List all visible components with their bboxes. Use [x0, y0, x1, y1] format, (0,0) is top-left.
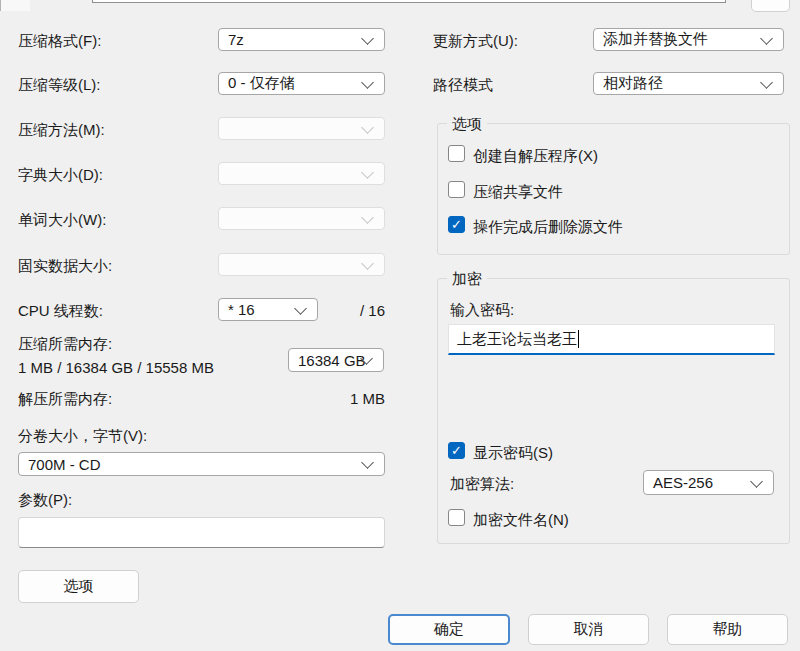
cpu-threads-value: * 16: [228, 301, 255, 318]
chevron-down-icon: [361, 257, 374, 270]
create-sfx-label: 创建自解压程序(X): [473, 146, 598, 165]
show-password-label: 显示密码(S): [473, 443, 553, 462]
delete-after-checkbox[interactable]: ✓: [448, 216, 465, 233]
chevron-down-icon: [760, 76, 773, 89]
create-sfx-checkbox[interactable]: [448, 145, 465, 162]
split-volume-label: 分卷大小，字节(V):: [18, 426, 147, 445]
chevron-down-icon: [760, 32, 773, 45]
update-mode-value: 添加并替换文件: [603, 30, 708, 49]
password-input[interactable]: 上老王论坛当老王: [448, 324, 775, 355]
cpu-threads-label: CPU 线程数:: [18, 301, 103, 320]
level-value: 0 - 仅存储: [228, 74, 295, 93]
compress-shared-label: 压缩共享文件: [473, 182, 563, 201]
chevron-down-icon: [750, 475, 763, 488]
compress-shared-checkbox[interactable]: [448, 181, 465, 198]
archive-name-input-partial[interactable]: [92, 0, 726, 3]
method-select: [218, 117, 385, 140]
help-button[interactable]: 帮助: [667, 614, 788, 645]
chevron-down-icon: [361, 121, 374, 134]
password-value: 上老王论坛当老王: [457, 330, 577, 349]
format-label: 压缩格式(F):: [18, 31, 101, 50]
chevron-down-icon: [361, 211, 374, 224]
chevron-down-icon: [361, 456, 374, 469]
text-caret: [578, 330, 579, 348]
path-mode-value: 相对路径: [603, 74, 663, 93]
memory-compress-detail: 1 MB / 16384 GB / 15558 MB: [18, 358, 214, 377]
level-select[interactable]: 0 - 仅存储: [218, 72, 385, 95]
memory-limit-value: 16384 GB: [298, 352, 366, 369]
solid-size-select: [218, 253, 385, 276]
parameters-label: 参数(P):: [18, 490, 72, 509]
word-size-select: [218, 207, 385, 230]
help-button-label: 帮助: [713, 620, 743, 639]
chevron-down-icon: [294, 302, 307, 315]
method-label: 压缩方法(M):: [18, 120, 105, 139]
options-button[interactable]: 选项: [18, 570, 139, 603]
chevron-down-icon: [361, 166, 374, 179]
level-label: 压缩等级(L):: [18, 75, 101, 94]
ok-button[interactable]: 确定: [388, 614, 510, 645]
show-password-checkbox[interactable]: ✓: [448, 442, 465, 459]
cancel-button-label: 取消: [574, 620, 604, 639]
parameters-input[interactable]: [18, 517, 385, 548]
solid-size-label: 固实数据大小:: [18, 256, 112, 275]
cpu-threads-select[interactable]: * 16: [218, 298, 318, 321]
checkmark-icon: ✓: [451, 218, 462, 231]
dictionary-select: [218, 162, 385, 185]
memory-decompress-value: 1 MB: [335, 389, 385, 408]
ok-button-label: 确定: [434, 620, 464, 639]
chevron-down-icon: [361, 32, 374, 45]
update-mode-select[interactable]: 添加并替换文件: [593, 28, 784, 51]
chevron-down-icon: [361, 76, 374, 89]
cropped-control-partial: [0, 0, 30, 11]
browse-button-partial[interactable]: [751, 0, 790, 12]
add-to-archive-dialog: 压缩格式(F): 7z 压缩等级(L): 0 - 仅存储 压缩方法(M): 字典…: [0, 0, 800, 651]
dictionary-label: 字典大小(D):: [18, 165, 103, 184]
options-button-label: 选项: [64, 577, 94, 596]
memory-decompress-label: 解压所需内存:: [18, 389, 112, 408]
path-mode-select[interactable]: 相对路径: [593, 72, 784, 95]
algorithm-select[interactable]: AES-256: [643, 470, 774, 495]
word-size-label: 单词大小(W):: [18, 210, 106, 229]
cpu-threads-max: / 16: [345, 301, 385, 320]
encrypt-filenames-checkbox[interactable]: [448, 509, 465, 526]
cancel-button[interactable]: 取消: [528, 614, 649, 645]
split-volume-combobox[interactable]: 700M - CD: [18, 452, 385, 476]
options-group-title: 选项: [447, 114, 487, 133]
split-volume-value: 700M - CD: [28, 456, 101, 473]
update-mode-label: 更新方式(U):: [433, 31, 518, 50]
format-value: 7z: [228, 31, 244, 48]
algorithm-value: AES-256: [653, 474, 713, 491]
algorithm-label: 加密算法:: [450, 474, 514, 493]
memory-limit-select[interactable]: 16384 GB: [288, 348, 384, 372]
encryption-group-title: 加密: [447, 269, 487, 288]
password-label: 输入密码:: [450, 300, 514, 319]
encrypt-filenames-label: 加密文件名(N): [473, 510, 569, 529]
memory-compress-label: 压缩所需内存:: [18, 334, 112, 353]
checkmark-icon: ✓: [451, 444, 462, 457]
path-mode-label: 路径模式: [433, 75, 493, 94]
format-select[interactable]: 7z: [218, 28, 385, 51]
delete-after-label: 操作完成后删除源文件: [473, 217, 623, 236]
